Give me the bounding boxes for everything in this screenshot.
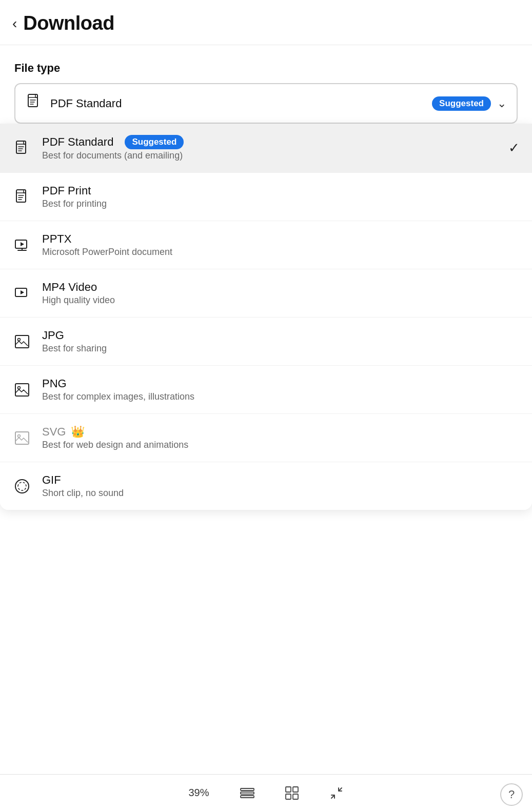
svg-rect-20 [293,794,298,799]
svg-rect-16 [241,796,254,798]
dropdown-item-gif[interactable]: GIF Short clip, no sound [0,462,532,510]
video-icon [12,285,32,302]
item-desc-jpg: Best for sharing [42,343,520,354]
file-type-label: File type [14,62,518,75]
item-text-gif: GIF Short clip, no sound [42,473,520,499]
svg-icon [12,430,32,446]
svg-point-10 [18,386,21,389]
item-text-mp4: MP4 Video High quality video [42,281,520,306]
help-button[interactable]: ? [500,783,523,806]
file-type-dropdown[interactable]: PDF Standard Suggested ⌄ [14,83,518,124]
svg-rect-7 [15,335,29,348]
item-name-pdf-standard: PDF Standard Suggested [42,135,502,149]
svg-rect-18 [293,787,298,792]
selected-file-type: PDF Standard [50,97,426,110]
item-name-pptx: PPTX [42,232,520,246]
item-name-png: PNG [42,377,520,390]
item-text-png: PNG Best for complex images, illustratio… [42,377,520,402]
zoom-level[interactable]: 39% [188,787,209,799]
collapse-icon[interactable] [329,786,344,800]
svg-point-8 [18,338,21,341]
pdf-doc-icon [26,93,42,113]
crown-icon: 👑 [71,425,85,439]
dropdown-item-mp4[interactable]: MP4 Video High quality video [0,269,532,318]
suggested-badge: Suggested [432,96,491,111]
item-desc-pdf-print: Best for printing [42,199,520,209]
item-name-jpg: JPG [42,329,520,342]
pdf-print-icon [12,189,32,205]
png-icon [12,382,32,398]
dropdown-item-jpg[interactable]: JPG Best for sharing [0,318,532,366]
item-desc-svg: Best for web design and animations [42,440,520,450]
svg-rect-15 [241,792,254,794]
item-desc-gif: Short clip, no sound [42,488,520,499]
item-name-pdf-print: PDF Print [42,184,520,197]
file-type-section: File type PDF Standard Suggested ⌄ [0,45,532,124]
dropdown-item-pptx[interactable]: PPTX Microsoft PowerPoint document [0,221,532,269]
svg-marker-6 [21,290,24,294]
gif-icon [12,478,32,494]
svg-point-13 [15,480,29,493]
item-desc-pdf-standard: Best for documents (and emailing) [42,150,502,161]
layout-icon[interactable] [240,788,254,798]
svg-marker-4 [21,242,24,246]
item-text-svg: SVG 👑 Best for web design and animations [42,425,520,450]
file-type-dropdown-list: PDF Standard Suggested Best for document… [0,124,532,510]
svg-rect-9 [15,384,29,396]
checkmark-icon: ✓ [508,140,520,156]
back-button[interactable]: ‹ [12,13,23,34]
item-text-pptx: PPTX Microsoft PowerPoint document [42,232,520,258]
item-name-svg: SVG 👑 [42,425,520,439]
chevron-down-icon: ⌄ [497,97,506,110]
back-icon: ‹ [12,15,17,32]
dropdown-item-pdf-print[interactable]: PDF Print Best for printing [0,173,532,221]
svg-rect-0 [28,94,37,107]
dropdown-item-png[interactable]: PNG Best for complex images, illustratio… [0,366,532,414]
header: ‹ Download [0,0,532,45]
svg-rect-14 [241,788,254,790]
svg-rect-11 [15,432,29,444]
item-name-mp4: MP4 Video [42,281,520,294]
dropdown-item-pdf-standard[interactable]: PDF Standard Suggested Best for document… [0,124,532,173]
pdf-doc-icon [12,140,32,156]
dropdown-item-svg[interactable]: SVG 👑 Best for web design and animations [0,414,532,462]
suggested-badge-pdf: Suggested [125,135,184,149]
item-desc-png: Best for complex images, illustrations [42,391,520,402]
svg-rect-19 [286,794,291,799]
item-desc-pptx: Microsoft PowerPoint document [42,247,520,258]
item-name-gif: GIF [42,473,520,487]
svg-rect-1 [16,141,26,153]
pptx-icon [12,237,32,253]
page-title: Download [23,12,114,34]
svg-point-12 [18,434,21,437]
item-text-pdf-standard: PDF Standard Suggested Best for document… [42,135,502,161]
item-text-jpg: JPG Best for sharing [42,329,520,354]
item-desc-mp4: High quality video [42,295,520,306]
help-icon: ? [508,788,515,801]
grid-icon[interactable] [285,786,299,800]
svg-rect-17 [286,787,291,792]
bottom-bar: 39% ? [0,774,532,811]
jpg-icon [12,333,32,350]
svg-rect-2 [16,190,26,202]
item-text-pdf-print: PDF Print Best for printing [42,184,520,209]
